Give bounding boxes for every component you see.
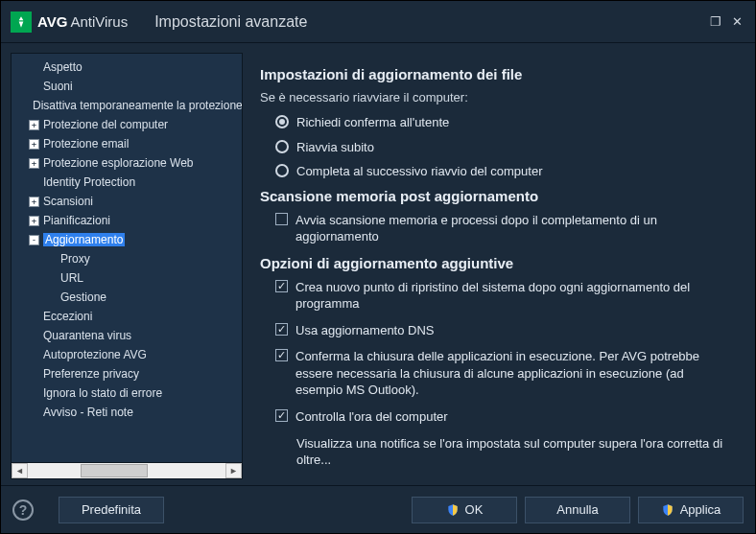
tree-item-label: Pianificazioni — [43, 214, 110, 227]
shield-icon — [661, 503, 674, 517]
horizontal-scrollbar[interactable]: ◄ ► — [12, 462, 242, 478]
restart-radio[interactable] — [275, 164, 289, 177]
extra-checkbox[interactable] — [275, 280, 288, 292]
shield-icon — [446, 503, 460, 517]
window-title: Impostazioni avanzate — [154, 13, 307, 31]
tree-item[interactable]: +Pianificazioni — [12, 211, 242, 230]
collapse-icon[interactable]: - — [29, 235, 39, 245]
tree-item[interactable]: Suoni — [12, 77, 242, 96]
ok-button[interactable]: OK — [412, 497, 517, 523]
tree-item[interactable]: Disattiva temporaneamente la protezione … — [12, 96, 242, 115]
tree-item-label: Aspetto — [43, 60, 83, 74]
cancel-button-label: Annulla — [556, 502, 598, 517]
tree-item-label: Proxy — [60, 252, 90, 266]
tree-item[interactable]: Proxy — [12, 249, 242, 268]
section-file-update-title: Impostazioni di aggiornamento dei file — [260, 66, 728, 82]
tree-item-label: Autoprotezione AVG — [43, 348, 147, 361]
scroll-left-icon[interactable]: ◄ — [12, 463, 28, 478]
avg-logo-icon — [11, 12, 32, 33]
scroll-track[interactable] — [28, 463, 225, 478]
tree-item-label: Protezione del computer — [43, 118, 168, 131]
expand-icon[interactable]: + — [29, 216, 39, 226]
restart-option[interactable]: Richiedi conferma all'utente — [275, 114, 728, 131]
tree-item-label: Preferenze privacy — [43, 367, 139, 381]
help-button[interactable]: ? — [12, 499, 34, 521]
extra-option[interactable]: Crea nuovo punto di ripristino del siste… — [275, 279, 728, 313]
extra-option-label: Conferma la chiusura delle applicazioni … — [295, 348, 728, 399]
titlebar: AVG AntiVirus Impostazioni avanzate ❐ ✕ — [1, 1, 755, 43]
tree-item[interactable]: Eccezioni — [12, 307, 242, 326]
tree-item-label: Suoni — [43, 80, 73, 93]
expander-placeholder — [46, 273, 57, 284]
expander-placeholder — [29, 331, 39, 341]
expander-placeholder — [29, 350, 39, 360]
default-button[interactable]: Predefinita — [59, 497, 164, 523]
apply-button-label: Applica — [680, 502, 721, 517]
expander-placeholder — [29, 407, 39, 418]
scroll-right-icon[interactable]: ► — [225, 463, 242, 478]
tree-item-label: Disattiva temporaneamente la protezione … — [33, 99, 242, 112]
memscan-checkbox[interactable] — [275, 213, 288, 225]
maximize-icon[interactable]: ❐ — [707, 13, 724, 31]
tree-item[interactable]: +Protezione email — [12, 134, 242, 153]
clock-note: Visualizza una notifica se l'ora imposta… — [296, 435, 728, 469]
tree-item-label: Quarantena virus — [43, 329, 131, 342]
expander-placeholder — [29, 177, 39, 188]
extra-option[interactable]: Usa aggiornamento DNS — [275, 322, 728, 339]
tree-item-label: Eccezioni — [43, 310, 92, 323]
tree-item[interactable]: URL — [12, 268, 242, 288]
tree-item[interactable]: Aspetto — [12, 58, 242, 77]
tree-item-label: URL — [60, 271, 83, 285]
ok-button-label: OK — [465, 502, 484, 517]
memscan-option[interactable]: Avvia scansione memoria e processi dopo … — [275, 212, 728, 245]
restart-radio[interactable] — [275, 140, 289, 153]
section-memscan-title: Scansione memoria post aggiornamento — [260, 188, 728, 204]
expand-icon[interactable]: + — [29, 139, 39, 150]
restart-option-label: Completa al successivo riavvio del compu… — [296, 163, 543, 180]
extra-option[interactable]: Controlla l'ora del computer — [275, 408, 728, 426]
apply-button[interactable]: Applica — [638, 497, 744, 523]
cancel-button[interactable]: Annulla — [525, 497, 630, 523]
tree-item[interactable]: -Aggiornamento — [12, 230, 242, 249]
extra-checkbox[interactable] — [275, 323, 288, 336]
restart-option[interactable]: Completa al successivo riavvio del compu… — [275, 163, 728, 180]
restart-option-label: Richiedi conferma all'utente — [296, 114, 449, 131]
section-extra-title: Opzioni di aggiornamento aggiuntive — [260, 255, 728, 271]
extra-checkbox[interactable] — [275, 409, 288, 422]
expand-icon[interactable]: + — [29, 158, 39, 169]
expander-placeholder — [29, 369, 39, 380]
restart-radio[interactable] — [275, 115, 289, 128]
settings-window: AVG AntiVirus Impostazioni avanzate ❐ ✕ … — [0, 0, 756, 534]
settings-tree[interactable]: AspettoSuoniDisattiva temporaneamente la… — [12, 54, 242, 462]
tree-item-label: Gestione — [60, 290, 106, 304]
tree-item[interactable]: Ignora lo stato di errore — [12, 383, 242, 403]
brand-name: AVG — [37, 13, 67, 30]
tree-item-label: Ignora lo stato di errore — [43, 386, 162, 400]
tree-item[interactable]: +Protezione esplorazione Web — [12, 153, 242, 173]
expander-placeholder — [29, 81, 39, 92]
tree-item[interactable]: +Protezione del computer — [12, 115, 242, 134]
tree-item-label: Avviso - Reti note — [43, 406, 133, 419]
tree-item[interactable]: Quarantena virus — [12, 326, 242, 345]
close-icon[interactable]: ✕ — [728, 13, 745, 31]
tree-item-label: Protezione email — [43, 137, 129, 151]
expand-icon[interactable]: + — [29, 120, 39, 130]
body: AspettoSuoniDisattiva temporaneamente la… — [1, 43, 755, 485]
extra-option[interactable]: Conferma la chiusura delle applicazioni … — [275, 348, 728, 399]
tree-item-label: Identity Protection — [43, 175, 135, 189]
expander-placeholder — [29, 388, 39, 399]
restart-option-label: Riavvia subito — [296, 139, 374, 156]
extra-checkbox[interactable] — [275, 349, 288, 361]
tree-item[interactable]: Gestione — [12, 288, 242, 307]
content-panel: Impostazioni di aggiornamento dei file S… — [243, 53, 745, 479]
tree-item[interactable]: Identity Protection — [12, 173, 242, 192]
restart-prompt-label: Se è necessario riavviare il computer: — [260, 90, 728, 104]
restart-option[interactable]: Riavvia subito — [275, 139, 728, 156]
tree-item[interactable]: Autoprotezione AVG — [12, 345, 242, 364]
expand-icon[interactable]: + — [29, 197, 39, 207]
tree-item[interactable]: Preferenze privacy — [12, 364, 242, 383]
scroll-thumb[interactable] — [81, 464, 148, 477]
product-name: AntiVirus — [70, 13, 128, 30]
tree-item[interactable]: Avviso - Reti note — [12, 403, 242, 422]
tree-item[interactable]: +Scansioni — [12, 192, 242, 211]
